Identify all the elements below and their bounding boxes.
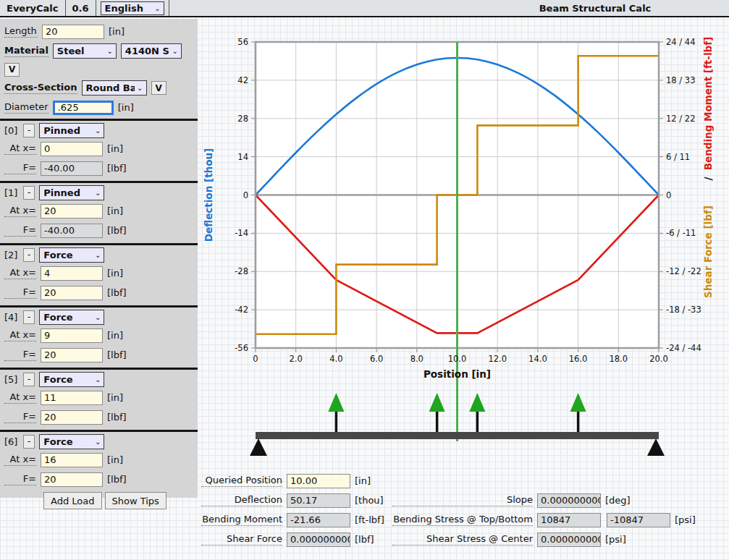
material-grade-select[interactable]: 4140N Ste ⌄	[121, 43, 182, 59]
x-axis-tick-label: 0	[253, 354, 258, 364]
left-axis-tick-label: -14	[235, 228, 248, 238]
load-x-unit: [in]	[107, 330, 123, 341]
bending-moment-label: Bending Moment	[201, 514, 282, 526]
load-index: [6]	[4, 436, 19, 447]
left-axis-tick-label: -42	[235, 305, 248, 315]
load-f-label: F=	[4, 162, 36, 174]
cross-section-row: Cross-Section Round Bar ⌄ V	[0, 78, 198, 98]
slope-unit: [deg]	[605, 495, 639, 506]
load-type-select[interactable]: Force ⌄	[39, 310, 104, 325]
bending-moment-field: -21.66	[287, 513, 350, 527]
diameter-label: Diameter	[4, 101, 49, 114]
deflection-field: 50.17	[287, 493, 350, 508]
deflection-label: Deflection	[201, 494, 282, 506]
chevron-down-icon: ⌄	[95, 313, 101, 321]
length-input[interactable]	[42, 25, 104, 39]
material-grade-value: 4140N Ste	[125, 46, 170, 56]
load-f-unit: [lbf]	[107, 412, 127, 423]
right-axis-tick-label: -24 / -44	[666, 343, 701, 353]
load-index: [4]	[4, 312, 19, 323]
bending-stress-bottom-field: -10847	[607, 513, 670, 527]
support-icon	[647, 438, 665, 456]
load-f-unit: [lbf]	[107, 163, 127, 174]
load-x-label: At x=	[4, 391, 36, 404]
remove-load-button[interactable]: -	[23, 124, 35, 137]
load-type-value: Force	[43, 312, 72, 323]
beam-chart: 564228140-14-28-42-5624 / 4418 / 3312 / …	[198, 19, 729, 478]
chevron-down-icon: ⌄	[137, 84, 143, 92]
load-arrow-icon	[328, 393, 344, 412]
slope-field: 0.0000000000	[537, 493, 601, 508]
load-x-input[interactable]	[41, 391, 103, 405]
material-detail-button[interactable]: V	[4, 63, 20, 77]
remove-load-button[interactable]: -	[23, 435, 35, 449]
language-select-value: English	[105, 3, 143, 14]
load-f-input[interactable]	[41, 472, 103, 487]
chevron-down-icon: ⌄	[95, 438, 101, 446]
x-axis-tick-label: 8.0	[410, 354, 424, 364]
diameter-input[interactable]	[53, 101, 114, 115]
load-type-select[interactable]: Pinned ⌄	[39, 185, 104, 200]
remove-load-button[interactable]: -	[23, 310, 35, 324]
load-f-input[interactable]	[41, 348, 103, 362]
load-x-input[interactable]	[41, 266, 103, 281]
add-load-button[interactable]: Add Load	[43, 492, 102, 509]
load-arrow-icon	[570, 393, 586, 412]
remove-load-button[interactable]: -	[23, 248, 35, 262]
left-axis-tick-label: 56	[237, 37, 248, 47]
load-index: [1]	[4, 187, 19, 198]
load-index: [0]	[4, 125, 19, 136]
material-category-select[interactable]: Steel ⌄	[53, 43, 117, 59]
load-x-input[interactable]	[41, 328, 103, 343]
right-axis-title-moment: Bending Moment [ft-lbf]	[702, 37, 714, 170]
load-f-input	[41, 224, 103, 238]
material-detail-row: V	[0, 61, 198, 78]
right-axis-tick-label: 12 / 22	[666, 114, 695, 124]
top-bar: EveryCalc 0.6 English ⌄ Beam Structural …	[0, 0, 729, 17]
load-x-unit: [in]	[107, 268, 123, 279]
load-block: [5] - Force ⌄ At x= [in] F= [lbf]	[0, 368, 198, 428]
cross-section-detail-button[interactable]: V	[151, 81, 167, 95]
queried-position-field[interactable]: 10.00	[287, 474, 350, 488]
load-x-input[interactable]	[41, 453, 103, 467]
bending-stress-unit: [psi]	[675, 514, 708, 525]
load-type-value: Pinned	[43, 187, 80, 198]
load-x-input[interactable]	[41, 142, 103, 156]
deflection-unit: [thou]	[355, 495, 392, 506]
chevron-down-icon: ⌄	[106, 47, 112, 55]
x-axis-tick-label: 20.0	[649, 354, 668, 364]
cross-section-value: Round Bar	[86, 82, 135, 93]
show-tips-button[interactable]: Show Tips	[105, 492, 167, 509]
load-type-value: Force	[43, 436, 72, 447]
length-label: Length	[4, 25, 38, 38]
right-axis-tick-label: 24 / 44	[666, 37, 695, 47]
cross-section-select[interactable]: Round Bar ⌄	[82, 80, 147, 96]
load-type-select[interactable]: Force ⌄	[39, 247, 104, 263]
load-list: [0] - Pinned ⌄ At x= [in] F= [lbf] [1] -…	[0, 119, 198, 491]
remove-load-button[interactable]: -	[23, 373, 35, 386]
app-title: Beam Structural Calc	[523, 0, 667, 16]
shear-force-unit: [lbf]	[355, 534, 392, 545]
shear-force-field: 0.0000000000	[287, 533, 350, 547]
load-f-input	[41, 161, 103, 176]
load-type-select[interactable]: Force ⌄	[39, 372, 104, 387]
x-axis-tick-label: 14.0	[528, 354, 547, 364]
load-x-label: At x=	[4, 205, 36, 217]
load-f-input[interactable]	[41, 410, 103, 425]
load-x-input[interactable]	[41, 204, 103, 219]
load-x-unit: [in]	[107, 205, 123, 216]
x-axis-tick-label: 6.0	[370, 354, 383, 364]
load-type-select[interactable]: Pinned ⌄	[39, 123, 104, 138]
shear-force-label: Shear Force	[201, 533, 282, 546]
bending-moment-unit: [ft-lbf]	[355, 514, 392, 525]
results-panel: Queried Position 10.00 [in] Deflection 5…	[201, 471, 708, 549]
load-f-label: F=	[4, 287, 36, 299]
language-select[interactable]: English ⌄	[101, 1, 164, 15]
sidebar: Length [in] Material Steel ⌄ 4140N Ste ⌄…	[0, 19, 198, 498]
load-type-select[interactable]: Force ⌄	[39, 434, 104, 449]
remove-load-button[interactable]: -	[23, 186, 35, 200]
chevron-down-icon: ⌄	[154, 4, 160, 12]
slope-label: Slope	[392, 494, 533, 506]
load-x-unit: [in]	[107, 143, 123, 154]
load-f-input[interactable]	[41, 286, 103, 300]
